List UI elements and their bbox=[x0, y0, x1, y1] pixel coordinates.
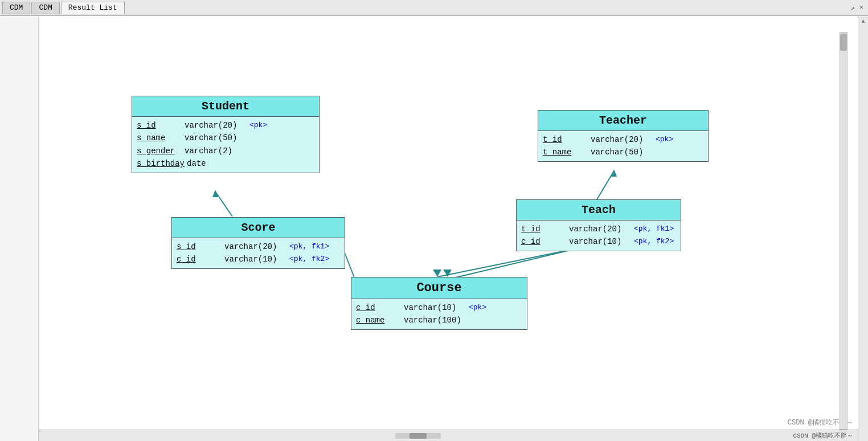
entity-student-row-0: s_id varchar(20) <pk> bbox=[137, 119, 314, 132]
course-field-c_id-type: varchar(10) bbox=[404, 301, 466, 314]
student-field-s_name-name: s_name bbox=[137, 132, 182, 144]
teach-field-t_id-type: varchar(20) bbox=[569, 223, 632, 235]
entity-teach: Teach t_id varchar(20) <pk, fk1> c_id va… bbox=[516, 199, 681, 251]
close-icon[interactable]: × bbox=[859, 3, 863, 12]
entity-student-row-3: s_birthday date bbox=[137, 157, 314, 170]
teach-field-t_id-name: t_id bbox=[521, 223, 567, 235]
score-field-c_id-name: c_id bbox=[177, 253, 222, 266]
teach-field-c_id-name: c_id bbox=[521, 235, 567, 248]
svg-marker-8 bbox=[611, 169, 617, 177]
teacher-field-t_name-name: t_name bbox=[543, 146, 588, 158]
diagram-connections bbox=[39, 16, 858, 441]
tab-cdm-1-label: CDM bbox=[10, 3, 23, 12]
tab-result-list-label: Result List bbox=[68, 3, 117, 12]
entity-student-row-1: s_name varchar(50) bbox=[137, 132, 314, 144]
teacher-field-t_id-pk: <pk> bbox=[656, 134, 673, 146]
entity-score-body: s_id varchar(20) <pk, fk1> c_id varchar(… bbox=[172, 238, 345, 268]
score-field-s_id-name: s_id bbox=[177, 240, 222, 253]
right-sidebar: ▲ bbox=[858, 16, 868, 441]
main-container: Student s_id varchar(20) <pk> s_name var… bbox=[0, 16, 868, 441]
teach-field-c_id-type: varchar(10) bbox=[569, 235, 632, 248]
score-field-s_id-type: varchar(20) bbox=[224, 240, 287, 253]
score-field-c_id-type: varchar(10) bbox=[224, 253, 287, 266]
student-field-s_id-type: varchar(20) bbox=[185, 119, 247, 132]
svg-marker-1 bbox=[212, 190, 218, 197]
vertical-scrollbar[interactable] bbox=[840, 32, 847, 430]
svg-line-4 bbox=[437, 248, 580, 277]
svg-line-7 bbox=[597, 171, 614, 199]
score-field-s_id-pk: <pk, fk1> bbox=[289, 241, 329, 253]
course-field-c_name-type: varchar(100) bbox=[404, 314, 466, 326]
tab-cdm-1[interactable]: CDM bbox=[2, 2, 30, 14]
entity-teach-body: t_id varchar(20) <pk, fk1> c_id varchar(… bbox=[517, 220, 681, 251]
score-field-c_id-pk: <pk, fk2> bbox=[289, 254, 329, 266]
student-field-s_birthday-name: s_birthday bbox=[137, 157, 185, 170]
teacher-field-t_name-type: varchar(50) bbox=[591, 146, 653, 158]
horizontal-scrollbar[interactable] bbox=[395, 433, 441, 439]
horizontal-scroll-area bbox=[43, 433, 793, 439]
entity-course-row-1: c_name varchar(100) bbox=[356, 314, 522, 326]
entity-score-row-1: c_id varchar(10) <pk, fk2> bbox=[177, 253, 340, 266]
h-scrollbar-thumb[interactable] bbox=[410, 433, 427, 439]
teacher-field-t_id-type: varchar(20) bbox=[591, 133, 653, 146]
bottom-bar: CSDN @橘猫吃不胖～ bbox=[39, 430, 858, 441]
course-field-c_name-name: c_name bbox=[356, 314, 402, 326]
svg-line-0 bbox=[215, 191, 232, 217]
entity-student: Student s_id varchar(20) <pk> s_name var… bbox=[132, 96, 320, 173]
tab-cdm-2-label: CDM bbox=[39, 3, 52, 12]
entity-student-row-2: s_gender varchar(2) bbox=[137, 145, 314, 157]
right-sidebar-scroll-up[interactable]: ▲ bbox=[861, 18, 865, 24]
svg-marker-6 bbox=[433, 270, 441, 277]
entity-score: Score s_id varchar(20) <pk, fk1> c_id va… bbox=[171, 217, 345, 269]
student-field-s_name-type: varchar(50) bbox=[185, 132, 247, 144]
teacher-field-t_id-name: t_id bbox=[543, 133, 588, 146]
teach-field-t_id-pk: <pk, fk1> bbox=[634, 223, 674, 235]
entity-student-body: s_id varchar(20) <pk> s_name varchar(50)… bbox=[132, 117, 319, 173]
tab-cdm-2[interactable]: CDM bbox=[31, 2, 59, 14]
canvas-area: Student s_id varchar(20) <pk> s_name var… bbox=[39, 16, 858, 441]
entity-teach-row-1: c_id varchar(10) <pk, fk2> bbox=[521, 235, 676, 248]
bottom-right-text: CSDN @橘猫吃不胖～ bbox=[793, 431, 853, 440]
teach-field-c_id-pk: <pk, fk2> bbox=[634, 236, 674, 248]
svg-line-3 bbox=[453, 248, 580, 278]
pin-icon[interactable]: ↗ bbox=[851, 3, 855, 12]
entity-teacher-title: Teacher bbox=[538, 111, 708, 131]
svg-marker-5 bbox=[443, 270, 452, 277]
student-field-s_gender-name: s_gender bbox=[137, 145, 182, 157]
student-field-s_id-pk: <pk> bbox=[249, 120, 267, 132]
entity-teacher: Teacher t_id varchar(20) <pk> t_name var… bbox=[538, 110, 709, 162]
entity-course: Course c_id varchar(10) <pk> c_name varc… bbox=[351, 277, 527, 330]
entity-score-row-0: s_id varchar(20) <pk, fk1> bbox=[177, 240, 340, 253]
title-bar-icons: ↗ × bbox=[851, 3, 863, 12]
entity-course-body: c_id varchar(10) <pk> c_name varchar(100… bbox=[351, 299, 527, 329]
entity-teacher-row-0: t_id varchar(20) <pk> bbox=[543, 133, 703, 146]
entity-course-title: Course bbox=[351, 277, 527, 299]
entity-course-row-0: c_id varchar(10) <pk> bbox=[356, 301, 522, 314]
tab-result-list[interactable]: Result List bbox=[61, 2, 125, 14]
scrollbar-v-thumb[interactable] bbox=[840, 34, 847, 51]
left-sidebar bbox=[0, 16, 39, 441]
entity-score-title: Score bbox=[172, 218, 345, 238]
course-field-c_id-name: c_id bbox=[356, 301, 402, 314]
student-field-s_id-name: s_id bbox=[137, 119, 182, 132]
student-field-s_birthday-type: date bbox=[187, 157, 249, 170]
entity-student-title: Student bbox=[132, 96, 319, 117]
title-bar: CDM CDM Result List ↗ × bbox=[0, 0, 868, 16]
entity-teach-title: Teach bbox=[517, 200, 681, 220]
course-field-c_id-pk: <pk> bbox=[469, 302, 486, 314]
student-field-s_gender-type: varchar(2) bbox=[185, 145, 247, 157]
entity-teacher-body: t_id varchar(20) <pk> t_name varchar(50) bbox=[538, 131, 708, 161]
entity-teach-row-0: t_id varchar(20) <pk, fk1> bbox=[521, 223, 676, 235]
entity-teacher-row-1: t_name varchar(50) bbox=[543, 146, 703, 158]
